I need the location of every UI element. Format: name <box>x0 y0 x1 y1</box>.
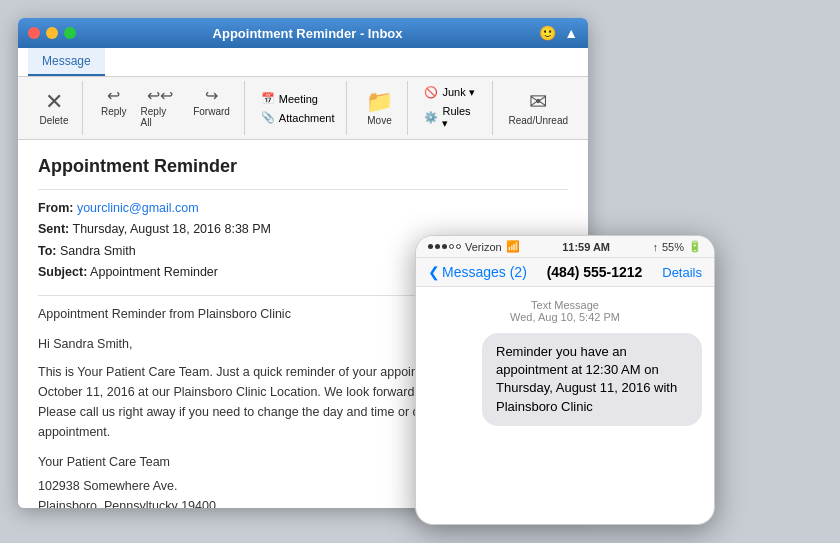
junk-icon: 🚫 <box>424 86 438 99</box>
details-button[interactable]: Details <box>662 265 702 280</box>
ribbon-group-meeting: 📅 Meeting 📎 Attachment <box>249 81 348 135</box>
wifi-icon: 📶 <box>506 240 520 253</box>
read-icon: ✉ <box>529 91 547 113</box>
meeting-group: 📅 Meeting 📎 Attachment <box>257 90 339 126</box>
attachment-icon: 📎 <box>261 111 275 124</box>
message-bubble: Reminder you have an appointment at 12:3… <box>482 333 702 426</box>
phone-messages: Text Message Wed, Aug 10, 5:42 PM Remind… <box>416 287 714 438</box>
title-bar: Appointment Reminder - Inbox 🙂 ▲ <box>18 18 588 48</box>
move-label: Move <box>367 115 391 126</box>
phone-status-right: ↑ 55% 🔋 <box>652 240 702 253</box>
from-email[interactable]: yourclinic@gmail.com <box>77 201 199 215</box>
phone-time: 11:59 AM <box>562 241 610 253</box>
arrow-icon: ↑ <box>652 241 658 253</box>
reply-all-button[interactable]: ↩↩ Reply All <box>135 86 186 130</box>
forward-label: Forward <box>193 106 230 117</box>
ribbon: Message ✕ Delete ↩ Reply ↩↩ <box>18 48 588 140</box>
signal-dots <box>428 244 461 249</box>
timestamp-date: Wed, Aug 10, 5:42 PM <box>428 311 702 323</box>
message-timestamp: Text Message Wed, Aug 10, 5:42 PM <box>428 299 702 323</box>
meeting-icon: 📅 <box>261 92 275 105</box>
carrier-label: Verizon <box>465 241 502 253</box>
read-unread-button[interactable]: ✉ Read/Unread <box>505 89 572 128</box>
read-unread-label: Read/Unread <box>509 115 568 126</box>
reply-row: ↩ Reply ↩↩ Reply All ↪ Forward <box>95 86 236 130</box>
meeting-label: Meeting <box>279 93 318 105</box>
junk-rules-group: 🚫 Junk ▾ ⚙️ Rules ▾ <box>420 84 483 132</box>
forward-button[interactable]: ↪ Forward <box>187 86 236 130</box>
battery-icon: 🔋 <box>688 240 702 253</box>
delete-icon: ✕ <box>45 91 63 113</box>
meeting-button[interactable]: 📅 Meeting <box>257 90 339 107</box>
title-controls: 🙂 ▲ <box>539 25 578 41</box>
ribbon-group-junk: 🚫 Junk ▾ ⚙️ Rules ▾ <box>412 81 492 135</box>
junk-button[interactable]: 🚫 Junk ▾ <box>420 84 483 101</box>
subject-label: Subject: <box>38 265 87 279</box>
ribbon-tabs: Message <box>18 48 588 77</box>
move-icon: 📁 <box>366 91 393 113</box>
signal-dot-3 <box>442 244 447 249</box>
back-button[interactable]: ❮ Messages (2) <box>428 264 527 280</box>
ribbon-group-delete: ✕ Delete <box>26 81 83 135</box>
junk-label: Junk ▾ <box>442 86 474 99</box>
reply-label: Reply <box>101 106 127 117</box>
ribbon-group-move: 📁 Move <box>351 81 408 135</box>
message-bubble-container: Reminder you have an appointment at 12:3… <box>428 333 702 426</box>
to-label: To: <box>38 244 57 258</box>
delete-button[interactable]: ✕ Delete <box>34 89 74 128</box>
reply-button[interactable]: ↩ Reply <box>95 86 133 130</box>
rules-button[interactable]: ⚙️ Rules ▾ <box>420 103 483 132</box>
battery-percent: 55% <box>662 241 684 253</box>
phone-nav: ❮ Messages (2) (484) 555-1212 Details <box>416 258 714 287</box>
signal-dot-2 <box>435 244 440 249</box>
phone-number-title: (484) 555-1212 <box>547 264 643 280</box>
phone-window: Verizon 📶 11:59 AM ↑ 55% 🔋 ❮ Messages (2… <box>415 235 715 525</box>
ribbon-group-reply: ↩ Reply ↩↩ Reply All ↪ Forward <box>87 81 245 135</box>
subject-value: Appointment Reminder <box>90 265 218 279</box>
signal-dot-4 <box>449 244 454 249</box>
move-button[interactable]: 📁 Move <box>359 89 399 128</box>
sent-value: Thursday, August 18, 2016 8:38 PM <box>73 222 272 236</box>
forward-icon: ↪ <box>205 88 218 104</box>
rules-label: Rules ▾ <box>442 105 479 130</box>
back-chevron-icon: ❮ <box>428 264 440 280</box>
signal-dot-1 <box>428 244 433 249</box>
attachment-label: Attachment <box>279 112 335 124</box>
sent-label: Sent: <box>38 222 69 236</box>
email-subject-header: Appointment Reminder <box>38 156 568 177</box>
expand-icon: ▲ <box>564 25 578 41</box>
minimize-button[interactable] <box>46 27 58 39</box>
phone-status-bar: Verizon 📶 11:59 AM ↑ 55% 🔋 <box>416 236 714 258</box>
email-divider <box>38 189 568 190</box>
timestamp-type: Text Message <box>428 299 702 311</box>
window-title: Appointment Reminder - Inbox <box>213 26 403 41</box>
smiley-icon: 🙂 <box>539 25 556 41</box>
ribbon-group-readunread: ✉ Read/Unread <box>497 81 580 135</box>
delete-label: Delete <box>40 115 69 126</box>
reply-all-label: Reply All <box>141 106 180 128</box>
attachment-button[interactable]: 📎 Attachment <box>257 109 339 126</box>
reply-all-icon: ↩↩ <box>147 88 173 104</box>
ribbon-content: ✕ Delete ↩ Reply ↩↩ Reply All ↪ <box>18 77 588 139</box>
phone-status-left: Verizon 📶 <box>428 240 520 253</box>
back-label: Messages (2) <box>442 264 527 280</box>
rules-icon: ⚙️ <box>424 111 438 124</box>
signal-dot-5 <box>456 244 461 249</box>
from-label: From: <box>38 201 73 215</box>
close-button[interactable] <box>28 27 40 39</box>
reply-icon: ↩ <box>107 88 120 104</box>
to-value: Sandra Smith <box>60 244 136 258</box>
traffic-lights <box>28 27 76 39</box>
maximize-button[interactable] <box>64 27 76 39</box>
tab-message[interactable]: Message <box>28 48 105 76</box>
